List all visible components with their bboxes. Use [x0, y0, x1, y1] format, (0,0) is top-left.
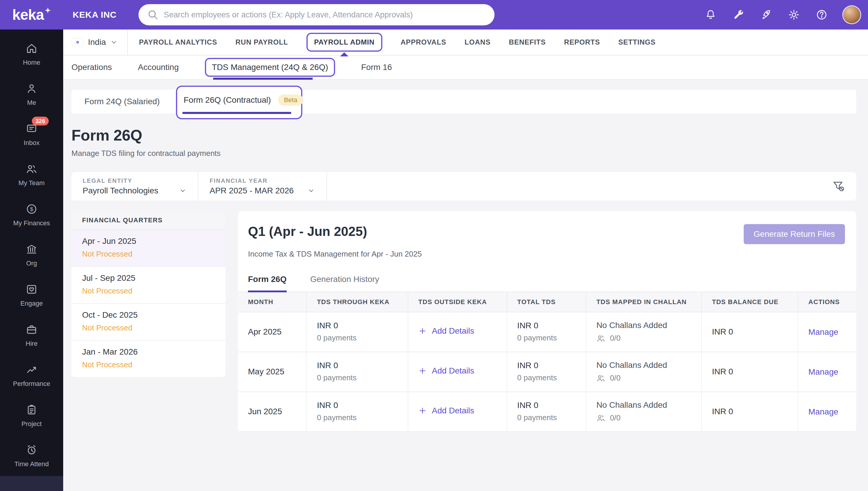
sidebar-item-org[interactable]: Org	[0, 235, 63, 275]
sidebar-item-home[interactable]: Home	[0, 34, 63, 75]
add-details-button[interactable]: Add Details	[418, 366, 474, 376]
col-header-month: MONTH	[238, 292, 307, 312]
total-tds-payments: 0 payments	[517, 413, 580, 422]
india-flag-icon	[72, 38, 83, 46]
col-header-tds-outside-keka: TDS OUTSIDE KEKA	[408, 292, 507, 312]
sidebar-item-payroll[interactable]	[0, 476, 63, 491]
quarter-range: Jan - Mar 2026	[82, 347, 215, 357]
subnav-item-accounting[interactable]: Accounting	[138, 63, 179, 72]
quarter-item-jan-mar-2026[interactable]: Jan - Mar 2026 Not Processed	[71, 341, 226, 377]
col-header-tds-balance-due: TDS BALANCE DUE	[701, 292, 798, 312]
challan-status: No Challans Added	[597, 321, 696, 330]
quarter-range: Oct - Dec 2025	[82, 310, 215, 320]
country-selector[interactable]: India	[63, 30, 128, 55]
quarter-panels: FINANCIAL QUARTERS Apr - Jun 2025 Not Pr…	[71, 211, 856, 432]
nav-item-payroll-admin[interactable]: PAYROLL ADMIN	[307, 33, 382, 52]
financial-year-label: FINANCIAL YEAR	[210, 177, 314, 184]
quarter-item-jul-sep-2025[interactable]: Jul - Sep 2025 Not Processed	[71, 267, 226, 304]
nav-item-reports[interactable]: REPORTS	[564, 38, 600, 46]
sidebar-item-project[interactable]: Project	[0, 396, 63, 436]
sidebar-item-label: Home	[23, 59, 40, 66]
subnav-item-operations[interactable]: Operations	[71, 63, 112, 72]
nav-item-settings[interactable]: SETTINGS	[618, 38, 656, 46]
table-row-apr-2025: Apr 2025 INR 0 0 payments Add Details	[238, 312, 856, 352]
manage-link[interactable]: Manage	[808, 327, 838, 337]
beta-badge: Beta	[278, 94, 303, 106]
keka-logo[interactable]: keka	[0, 6, 63, 23]
quarter-range: Apr - Jun 2025	[82, 236, 215, 246]
sidebar-item-label: Engage	[20, 300, 43, 307]
sidebar-item-hire[interactable]: Hire	[0, 315, 63, 355]
col-header-total-tds: TOTAL TDS	[507, 292, 586, 312]
add-details-label: Add Details	[432, 326, 474, 336]
total-tds-payments: 0 payments	[517, 373, 580, 382]
tab-form-26q-label: Form 26Q (Contractual)	[184, 95, 271, 105]
month-cell: Jun 2025	[238, 392, 307, 432]
rocket-icon[interactable]	[760, 8, 772, 21]
keka-app: keka KEKA INC Home Me 3	[0, 0, 868, 491]
sidebar-item-engage[interactable]: Engage	[0, 275, 63, 315]
search-input[interactable]	[164, 10, 486, 20]
sidebar-item-inbox[interactable]: 326 Inbox	[0, 115, 63, 155]
manage-link[interactable]: Manage	[808, 407, 838, 416]
nav-item-run-payroll[interactable]: RUN PAYROLL	[235, 38, 288, 46]
total-tds-amount: INR 0	[517, 401, 580, 410]
challan-mapped-count: 0/0	[610, 374, 620, 383]
sidebar-item-time-attend[interactable]: Time Attend	[0, 436, 63, 476]
nav-item-benefits[interactable]: BENEFITS	[509, 38, 546, 46]
form-type-tabs: Form 24Q (Salaried) Form 26Q (Contractua…	[71, 90, 856, 113]
quarter-item-apr-jun-2025[interactable]: Apr - Jun 2025 Not Processed	[71, 230, 226, 267]
financial-year-dropdown[interactable]: FINANCIAL YEAR APR 2025 - MAR 2026	[198, 172, 327, 200]
filter-clear-icon	[832, 180, 845, 193]
page-subtitle: Manage TDS filing for contractual paymen…	[71, 149, 856, 158]
clear-filters-button[interactable]	[832, 180, 856, 193]
sidebar-item-performance[interactable]: Performance	[0, 355, 63, 396]
col-header-tds-mapped-in-challan: TDS MAPPED IN CHALLAN	[586, 292, 702, 312]
quarter-title: Q1 (Apr - Jun 2025)	[248, 224, 367, 239]
subnav-item-tds-management[interactable]: TDS Management (24Q & 26Q)	[205, 58, 336, 77]
performance-icon	[25, 364, 38, 376]
page-title: Form 26Q	[71, 126, 856, 144]
challan-status: No Challans Added	[597, 400, 696, 410]
hire-icon	[25, 323, 38, 336]
financial-year-value: APR 2025 - MAR 2026	[210, 186, 294, 196]
inbox-icon: 326	[25, 122, 38, 135]
gear-icon[interactable]	[788, 8, 800, 21]
topbar: keka KEKA INC	[0, 0, 868, 30]
tab-form-24q[interactable]: Form 24Q (Salaried)	[71, 97, 176, 106]
add-details-button[interactable]: Add Details	[418, 326, 474, 336]
challan-mapped-count: 0/0	[610, 334, 620, 343]
active-tab-underline	[182, 112, 291, 114]
sidebar-item-label: Me	[27, 99, 36, 107]
tab-form-26q[interactable]: Form 26Q (Contractual) Beta	[176, 86, 302, 119]
add-details-button[interactable]: Add Details	[418, 406, 474, 415]
legal-entity-dropdown[interactable]: LEGAL ENTITY Payroll Technologies	[71, 172, 198, 200]
challan-mapped-count: 0/0	[610, 413, 620, 423]
quarter-detail-card: Q1 (Apr - Jun 2025) Generate Return File…	[238, 211, 856, 432]
quarter-subtitle: Income Tax & TDS Management for Apr - Ju…	[238, 244, 856, 259]
tab-form-26q-detail[interactable]: Form 26Q	[248, 275, 287, 292]
sidebar-item-my-team[interactable]: My Team	[0, 155, 63, 195]
user-avatar[interactable]	[843, 6, 860, 23]
nav-item-payroll-analytics[interactable]: PAYROLL ANALYTICS	[139, 38, 217, 46]
sparkle-icon	[45, 7, 51, 13]
generate-return-files-button[interactable]: Generate Return Files	[744, 224, 845, 244]
quarter-item-oct-dec-2025[interactable]: Oct - Dec 2025 Not Processed	[71, 304, 226, 341]
help-icon[interactable]	[815, 8, 828, 21]
people-icon	[597, 335, 606, 342]
sidebar-item-my-finances[interactable]: $ My Finances	[0, 195, 63, 235]
tds-balance-due: INR 0	[701, 392, 798, 432]
sidebar-item-me[interactable]: Me	[0, 75, 63, 115]
bell-icon[interactable]	[704, 8, 717, 21]
sidebar-item-label: Inbox	[24, 139, 39, 147]
nav-item-approvals[interactable]: APPROVALS	[401, 38, 446, 46]
month-cell: Apr 2025	[238, 312, 307, 352]
subnav-item-form-16[interactable]: Form 16	[361, 63, 392, 72]
nav-item-loans[interactable]: LOANS	[465, 38, 491, 46]
tab-generation-history[interactable]: Generation History	[310, 275, 379, 292]
home-icon	[25, 42, 38, 55]
inbox-badge: 326	[32, 117, 49, 125]
time-attend-icon	[25, 444, 38, 456]
tools-icon[interactable]	[732, 8, 745, 21]
manage-link[interactable]: Manage	[808, 367, 838, 377]
